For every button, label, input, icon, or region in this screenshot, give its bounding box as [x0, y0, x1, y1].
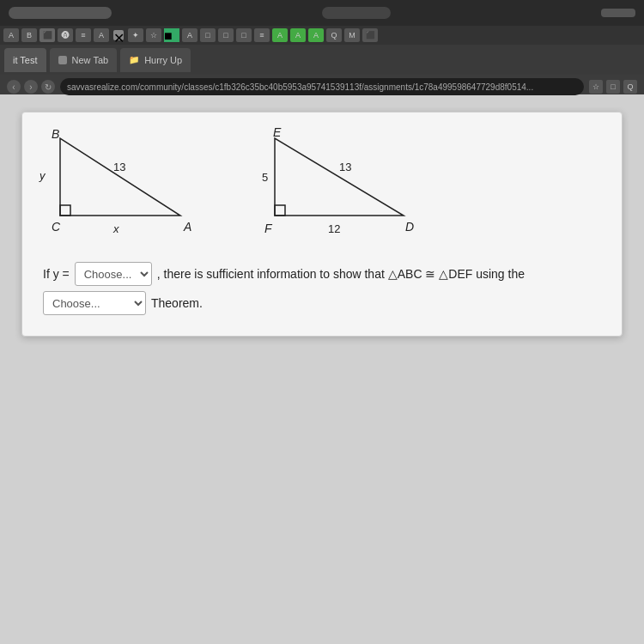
address-bar[interactable]: savvasrealize.com/community/classes/c1fb… — [60, 78, 584, 95]
toolbar-icon-green[interactable]: ■ — [164, 28, 179, 42]
toolbar-icon-5[interactable]: ≡ — [76, 28, 91, 42]
question-row: If y = Choose... 5 12 13 , there is suff… — [43, 262, 601, 315]
tab-new-tab-icon — [58, 56, 67, 64]
toolbar-icon-4[interactable]: 🅐 — [58, 28, 73, 42]
svg-rect-1 — [60, 205, 70, 216]
toolbar-icon-16[interactable]: A — [308, 28, 324, 42]
tab-hurry-up-icon: 📁 — [129, 55, 139, 64]
browser-chrome: A B ⬛ 🅐 ≡ A ✕ ✦ ☆ ■ A □ □ □ ≡ A A A Q M … — [0, 0, 644, 94]
toolbar-icon-3[interactable]: ⬛ — [39, 28, 55, 42]
tab-hurry-up[interactable]: 📁 Hurry Up — [120, 48, 191, 72]
side-13-right-label: 13 — [339, 161, 351, 173]
svg-marker-2 — [275, 138, 404, 216]
toolbar-icon-11[interactable]: □ — [218, 28, 234, 42]
toolbar-icon-9[interactable]: A — [182, 28, 197, 42]
side-12-label: 12 — [328, 222, 340, 235]
question-card: B C A y x 13 — [21, 112, 623, 337]
tab-bar: it Test New Tab 📁 Hurry Up — [0, 45, 644, 75]
side-y-label: y — [39, 169, 46, 182]
triangle-def: E F D 5 12 13 — [258, 130, 429, 245]
theorem-dropdown[interactable]: Choose... SAS SSS ASA AAS HL — [43, 291, 146, 315]
prompt-if: If y = — [43, 267, 70, 281]
window-buttons — [601, 9, 635, 17]
tab-it-test-label: it Test — [13, 55, 38, 65]
triangle-abc: B C A y x 13 — [52, 130, 206, 245]
title-bar — [0, 0, 644, 26]
toolbar-icon-17[interactable]: Q — [326, 28, 342, 42]
tab-hurry-up-label: Hurry Up — [144, 55, 182, 65]
back-button[interactable]: ‹ — [7, 80, 21, 94]
vertex-e-label: E — [273, 125, 282, 139]
svg-marker-0 — [60, 138, 180, 216]
side-13-left-label: 13 — [113, 161, 125, 173]
tab-it-test[interactable]: it Test — [4, 48, 46, 72]
toolbar-icon-8[interactable]: ☆ — [146, 28, 161, 42]
main-content: B C A y x 13 — [0, 94, 644, 644]
vertex-d-label: D — [405, 220, 414, 234]
browser-action-buttons: ☆ □ Q — [589, 80, 637, 94]
triangles-area: B C A y x 13 — [43, 130, 601, 245]
toolbar-icon-19[interactable]: ⬛ — [362, 28, 378, 42]
address-text: savvasrealize.com/community/classes/c1fb… — [67, 82, 533, 92]
vertex-b-label: B — [52, 127, 59, 141]
tab-new-tab[interactable]: New Tab — [50, 48, 118, 72]
reload-button[interactable]: ↻ — [41, 80, 55, 94]
toolbar-icon-1[interactable]: A — [3, 28, 19, 42]
y-value-dropdown[interactable]: Choose... 5 12 13 — [75, 262, 152, 286]
window-controls — [9, 7, 112, 19]
toolbar-icon-12[interactable]: □ — [236, 28, 252, 42]
address-bar-row: ‹ › ↻ savvasrealize.com/community/classe… — [0, 75, 644, 99]
toolbar-icon-14[interactable]: A — [272, 28, 288, 42]
svg-rect-3 — [275, 205, 285, 216]
forward-button[interactable]: › — [24, 80, 38, 94]
prompt-middle: , there is sufficient information to sho… — [157, 267, 525, 281]
bookmark-star-icon[interactable]: ☆ — [589, 80, 603, 94]
prompt-end: Theorem. — [151, 296, 203, 310]
toolbar-icon-18[interactable]: M — [344, 28, 360, 42]
toolbar-icon-7[interactable]: ✦ — [128, 28, 143, 42]
toolbar-icons-row: A B ⬛ 🅐 ≡ A ✕ ✦ ☆ ■ A □ □ □ ≡ A A A Q M … — [0, 26, 644, 45]
toolbar-icon-10[interactable]: □ — [200, 28, 216, 42]
toolbar-icon-13[interactable]: ≡ — [254, 28, 270, 42]
save-page-icon[interactable]: □ — [606, 80, 620, 94]
x-button[interactable]: ✕ — [113, 30, 124, 40]
toolbar-icon-6[interactable]: A — [94, 28, 109, 42]
nav-buttons: ‹ › ↻ — [7, 80, 55, 94]
menu-dots-icon[interactable]: Q — [623, 80, 637, 94]
side-x-label: x — [112, 222, 119, 235]
tab-new-tab-label: New Tab — [72, 55, 109, 65]
vertex-c-label: C — [52, 220, 61, 234]
toolbar-icon-2[interactable]: B — [21, 28, 37, 42]
toolbar-icon-15[interactable]: A — [290, 28, 306, 42]
vertex-f-label: F — [264, 222, 273, 235]
side-5-label: 5 — [262, 171, 268, 184]
window-title — [322, 7, 391, 19]
vertex-a-label: A — [183, 220, 191, 234]
